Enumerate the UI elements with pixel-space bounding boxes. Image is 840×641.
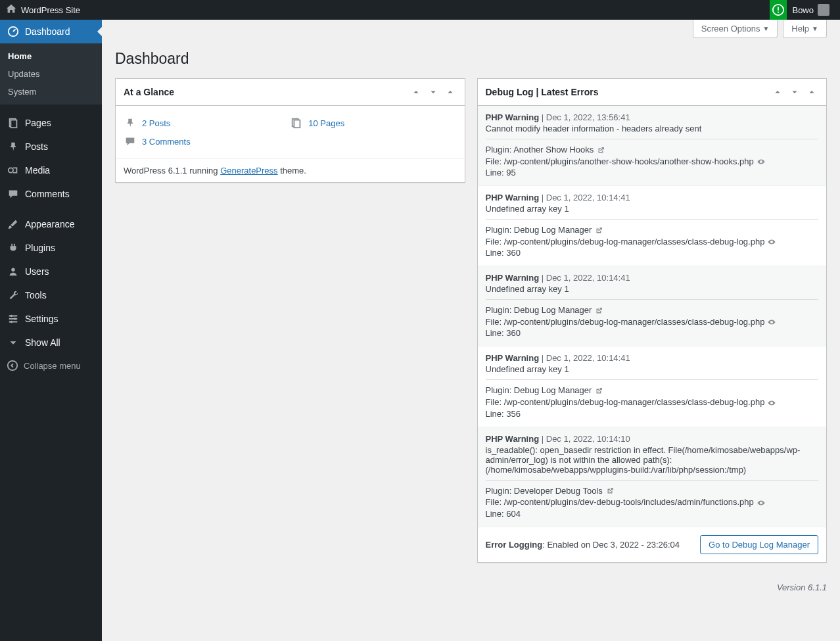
submenu-home[interactable]: Home xyxy=(0,47,102,65)
menu-label: Comments xyxy=(25,189,70,199)
error-line: Line: 360 xyxy=(486,328,819,338)
menu-media[interactable]: Media xyxy=(0,158,102,182)
svg-point-10 xyxy=(11,321,13,323)
move-down-icon[interactable] xyxy=(427,85,440,99)
chevron-down-icon xyxy=(7,336,20,349)
external-link-icon[interactable] xyxy=(605,487,615,496)
error-message: Cannot modify header information - heade… xyxy=(486,124,819,133)
error-time: | Dec 1, 2022, 10:14:41 xyxy=(542,193,630,202)
comments-link[interactable]: 3 Comments xyxy=(142,137,191,147)
pages-link[interactable]: 10 Pages xyxy=(308,118,344,128)
external-link-icon[interactable] xyxy=(594,226,603,235)
error-time: | Dec 1, 2022, 10:14:41 xyxy=(542,353,630,363)
notification-badge[interactable] xyxy=(770,0,787,20)
eye-icon[interactable] xyxy=(757,498,766,508)
comment-icon xyxy=(7,187,20,201)
svg-rect-1 xyxy=(778,7,780,11)
eye-icon[interactable] xyxy=(757,157,766,166)
dashboard-submenu: Home Updates System xyxy=(0,43,102,105)
panel-title: Debug Log | Latest Errors xyxy=(486,87,599,97)
menu-label: Show All xyxy=(25,337,60,348)
menu-label: Media xyxy=(25,165,50,176)
menu-label: Users xyxy=(25,266,49,277)
panel-header[interactable]: At a Glance xyxy=(116,79,465,106)
submenu-updates[interactable]: Updates xyxy=(0,65,102,83)
svg-point-6 xyxy=(9,168,13,172)
error-line: Line: 360 xyxy=(486,248,819,258)
posts-link[interactable]: 2 Posts xyxy=(142,118,170,128)
menu-pages[interactable]: Pages xyxy=(0,111,102,135)
error-plugin: Plugin: Another Show Hooks xyxy=(486,145,819,155)
debug-entry: PHP Warning | Dec 1, 2022, 10:14:10is_re… xyxy=(478,427,827,527)
eye-icon[interactable] xyxy=(767,318,776,327)
menu-tools[interactable]: Tools xyxy=(0,283,102,307)
page-title: Dashboard xyxy=(115,50,827,68)
svg-point-8 xyxy=(11,315,13,318)
error-type: PHP Warning xyxy=(486,193,540,202)
external-link-icon[interactable] xyxy=(594,306,603,316)
svg-point-9 xyxy=(14,318,16,320)
svg-rect-5 xyxy=(11,120,16,128)
menu-comments[interactable]: Comments xyxy=(0,182,102,206)
menu-appearance[interactable]: Appearance xyxy=(0,212,102,236)
collapse-menu[interactable]: Collapse menu xyxy=(0,354,102,377)
pin-icon xyxy=(7,140,20,153)
help-button[interactable]: Help▼ xyxy=(783,20,827,38)
error-plugin: Plugin: Developer Debug Tools xyxy=(486,486,819,496)
brush-icon xyxy=(7,218,20,231)
menu-posts[interactable]: Posts xyxy=(0,135,102,158)
main-content: Screen Options▼ Help▼ Dashboard At a Gla… xyxy=(102,20,840,641)
menu-users[interactable]: Users xyxy=(0,260,102,283)
error-line: Line: 604 xyxy=(486,509,819,519)
external-link-icon[interactable] xyxy=(594,387,603,396)
eye-icon[interactable] xyxy=(767,398,776,408)
error-file: File: /wp-content/plugins/debug-log-mana… xyxy=(486,237,819,247)
submenu-system[interactable]: System xyxy=(0,83,102,101)
avatar xyxy=(818,4,829,16)
menu-show-all[interactable]: Show All xyxy=(0,331,102,354)
site-name[interactable]: WordPress Site xyxy=(21,5,80,15)
error-plugin: Plugin: Debug Log Manager xyxy=(486,385,819,396)
user-icon xyxy=(7,265,20,278)
debug-entries-list: PHP Warning | Dec 1, 2022, 13:56:41Canno… xyxy=(478,106,827,527)
logging-status-value: : Enabled on Dec 3, 2022 - 23:26:04 xyxy=(542,540,680,550)
debug-entry: PHP Warning | Dec 1, 2022, 10:14:41Undef… xyxy=(478,266,827,346)
admin-toolbar: WordPress Site Bowo xyxy=(0,0,840,20)
sliders-icon xyxy=(7,312,20,325)
eye-icon[interactable] xyxy=(767,237,776,247)
menu-label: Appearance xyxy=(25,219,75,229)
glance-comments: 3 Comments xyxy=(124,132,290,151)
collapse-label: Collapse menu xyxy=(24,361,81,371)
error-type: PHP Warning xyxy=(486,273,540,283)
move-down-icon[interactable] xyxy=(788,85,801,99)
svg-rect-2 xyxy=(778,12,780,13)
error-line: Line: 356 xyxy=(486,409,819,419)
debug-entry: PHP Warning | Dec 1, 2022, 10:14:41Undef… xyxy=(478,346,827,427)
external-link-icon[interactable] xyxy=(596,146,605,155)
menu-plugins[interactable]: Plugins xyxy=(0,236,102,260)
user-name: Bowo xyxy=(792,5,814,15)
user-menu[interactable]: Bowo xyxy=(787,4,835,16)
error-message: Undefined array key 1 xyxy=(486,204,819,214)
error-time: | Dec 1, 2022, 10:14:10 xyxy=(542,434,630,444)
go-to-debug-log-button[interactable]: Go to Debug Log Manager xyxy=(700,535,818,554)
menu-label: Tools xyxy=(25,290,47,300)
toggle-panel-icon[interactable] xyxy=(805,85,818,99)
svg-rect-13 xyxy=(294,120,300,128)
debug-log-panel: Debug Log | Latest Errors PHP Warning | … xyxy=(477,78,828,563)
screen-options-button[interactable]: Screen Options▼ xyxy=(693,20,778,38)
home-icon[interactable] xyxy=(5,3,17,17)
menu-settings[interactable]: Settings xyxy=(0,307,102,331)
caret-down-icon: ▼ xyxy=(762,25,769,32)
move-up-icon[interactable] xyxy=(771,85,784,99)
debug-entry: PHP Warning | Dec 1, 2022, 13:56:41Canno… xyxy=(478,106,827,186)
menu-dashboard[interactable]: Dashboard xyxy=(0,20,102,43)
comment-icon xyxy=(124,135,137,148)
toggle-panel-icon[interactable] xyxy=(444,85,457,99)
error-line: Line: 95 xyxy=(486,168,819,178)
pages-icon xyxy=(7,116,20,130)
glance-footer: WordPress 6.1.1 running GeneratePress th… xyxy=(116,158,465,182)
panel-header[interactable]: Debug Log | Latest Errors xyxy=(478,79,827,106)
move-up-icon[interactable] xyxy=(409,85,423,99)
theme-link[interactable]: GeneratePress xyxy=(220,166,277,176)
